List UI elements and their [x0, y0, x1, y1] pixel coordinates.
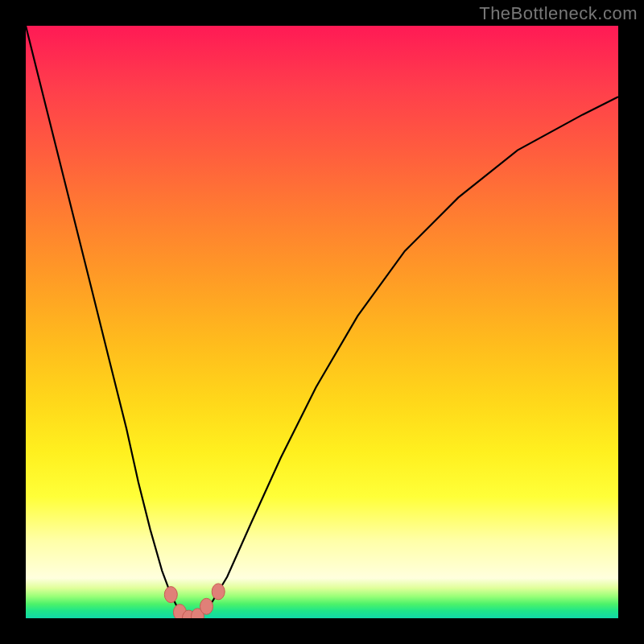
- curve-markers: [164, 584, 225, 618]
- curve-marker: [200, 598, 213, 614]
- curve-marker: [164, 587, 177, 603]
- chart-frame: TheBottleneck.com: [0, 0, 644, 644]
- curve-marker: [212, 584, 225, 600]
- plot-area: [26, 26, 618, 618]
- watermark-text: TheBottleneck.com: [479, 3, 638, 24]
- bottleneck-curve: [26, 26, 618, 618]
- curve-layer: [26, 26, 618, 618]
